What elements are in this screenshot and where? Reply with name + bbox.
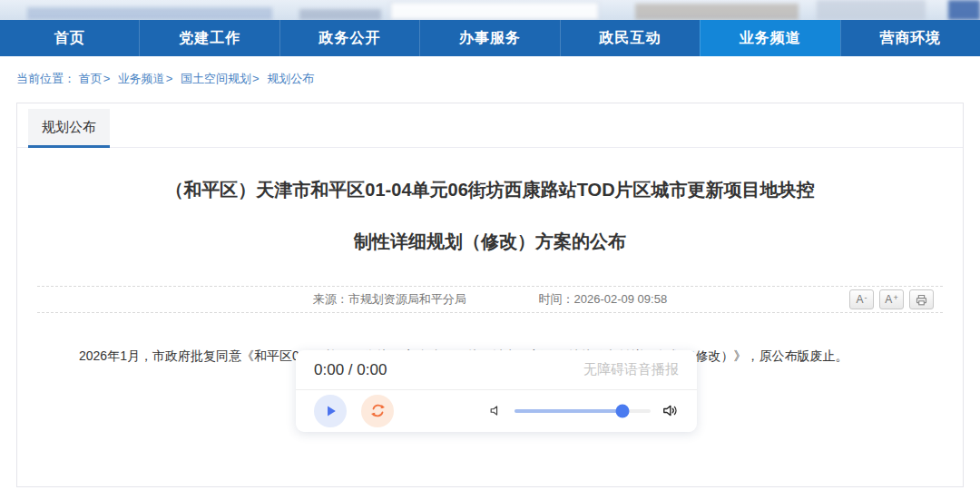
header-banner-image	[0, 0, 980, 20]
replay-button[interactable]	[361, 395, 394, 427]
font-increase-button[interactable]: A+	[879, 289, 904, 309]
volume-slider[interactable]	[514, 409, 651, 413]
nav-item-party-building[interactable]: 党建工作	[139, 20, 279, 56]
print-button[interactable]	[909, 289, 934, 309]
player-caption: 无障碍语音播报	[583, 361, 679, 378]
breadcrumb-separator: >	[103, 72, 111, 85]
content-card: 规划公布 （和平区）天津市和平区01-04单元06街坊西康路站TOD片区城市更新…	[16, 103, 964, 487]
article-source: 来源：市规划资源局和平分局	[313, 292, 466, 306]
increase-sign: +	[893, 294, 897, 302]
banner-shape	[299, 9, 381, 20]
nav-item-business-channel[interactable]: 业务频道	[700, 20, 839, 56]
article-title-line2: 制性详细规划（修改）方案的公布	[17, 229, 963, 255]
replay-icon	[368, 401, 387, 420]
breadcrumb: 当前位置： 首页> 业务频道> 国土空间规划> 规划公布	[16, 71, 314, 87]
breadcrumb-land-spatial-planning[interactable]: 国土空间规划	[181, 72, 251, 85]
source-label: 来源：	[313, 292, 348, 306]
nav-item-interaction[interactable]: 政民互动	[560, 20, 700, 56]
source-value: 市规划资源局和平分局	[348, 292, 466, 306]
tab-plan-announcement[interactable]: 规划公布	[28, 109, 110, 148]
volume-low-icon[interactable]	[488, 403, 504, 418]
banner-shape	[948, 0, 980, 20]
main-nav: 首页 党建工作 政务公开 办事服务 政民互动 业务频道 营商环境	[0, 20, 980, 56]
volume-high-icon[interactable]	[662, 402, 679, 419]
font-letter: A	[856, 293, 863, 306]
font-letter: A	[885, 293, 892, 306]
breadcrumb-separator: >	[166, 72, 173, 85]
audio-player: 0:00 / 0:00 无障碍语音播报	[296, 350, 697, 432]
player-time-display: 0:00 / 0:00	[314, 361, 387, 379]
volume-slider-thumb[interactable]	[615, 404, 629, 417]
breadcrumb-separator: >	[252, 72, 260, 85]
play-icon	[321, 402, 339, 420]
nav-item-home[interactable]: 首页	[0, 20, 139, 56]
article-tools: A- A+	[849, 289, 934, 309]
breadcrumb-label: 当前位置：	[16, 72, 75, 85]
decrease-sign: -	[865, 294, 867, 302]
banner-shape	[817, 0, 926, 20]
breadcrumb-business-channel[interactable]: 业务频道	[118, 72, 165, 85]
font-decrease-button[interactable]: A-	[849, 289, 874, 309]
article-title-line1: （和平区）天津市和平区01-04单元06街坊西康路站TOD片区城市更新项目地块控	[17, 177, 963, 203]
page: 首页 党建工作 政务公开 办事服务 政民互动 业务频道 营商环境 当前位置： 首…	[0, 0, 980, 490]
article-time: 时间：2026-02-09 09:58	[538, 292, 667, 306]
nav-item-business-environment[interactable]: 营商环境	[840, 20, 980, 56]
banner-shape	[27, 7, 272, 20]
time-label: 时间：	[538, 292, 573, 306]
volume-control	[488, 402, 679, 419]
play-button[interactable]	[314, 395, 347, 427]
nav-item-services[interactable]: 办事服务	[419, 20, 559, 56]
printer-icon	[915, 293, 928, 307]
nav-item-gov-affairs[interactable]: 政务公开	[279, 20, 419, 56]
breadcrumb-home[interactable]: 首页	[79, 72, 103, 85]
tab-bar: 规划公布	[17, 109, 963, 148]
volume-slider-fill	[514, 409, 622, 413]
banner-shape	[635, 4, 799, 20]
breadcrumb-plan-announcement[interactable]: 规划公布	[267, 72, 314, 85]
article-meta: 来源：市规划资源局和平分局 时间：2026-02-09 09:58 A- A+	[37, 286, 943, 313]
time-value: 2026-02-09 09:58	[573, 292, 667, 306]
banner-shape	[390, 2, 599, 20]
article-title: （和平区）天津市和平区01-04单元06街坊西康路站TOD片区城市更新项目地块控…	[17, 177, 963, 255]
